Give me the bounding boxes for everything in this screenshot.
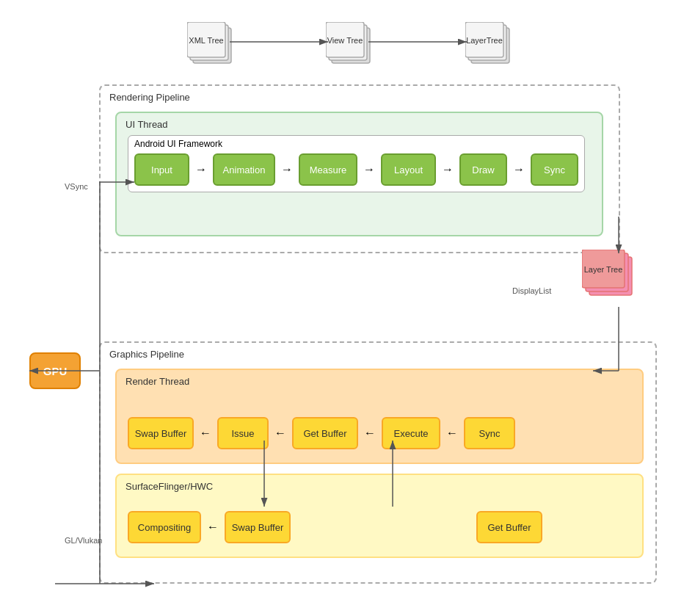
input-box: Input (134, 153, 189, 186)
render-thread-label: Render Thread (125, 376, 189, 387)
draw-box: Draw (459, 153, 507, 186)
ui-thread-panel: UI Thread Android UI Framework Input → A… (115, 112, 603, 236)
swap-buffer-sf-box: Swap Buffer (225, 511, 291, 543)
svg-text:LayerTree: LayerTree (466, 36, 503, 45)
animation-box: Animation (213, 153, 275, 186)
diagram-container: XML Tree View Tree LayerTree Rendering P… (0, 0, 684, 616)
view-tree-stack: View Tree (326, 22, 379, 70)
surface-flinger-panel: SurfaceFlinger/HWC Compositing ← Swap Bu… (115, 474, 644, 558)
swap-buffer-render-box: Swap Buffer (128, 417, 194, 449)
measure-box: Measure (299, 153, 357, 186)
display-list-label: DisplayList (512, 286, 551, 295)
gpu-box: GPU (29, 352, 81, 389)
rendering-pipeline-panel: Rendering Pipeline UI Thread Android UI … (99, 84, 620, 253)
vsync-label: VSync (65, 182, 88, 191)
framework-label: Android UI Framework (134, 139, 578, 149)
sync-box-render: Sync (464, 417, 515, 449)
sync-box-ui: Sync (531, 153, 578, 186)
layer-tree-top-stack: LayerTree (465, 22, 518, 70)
render-thread-panel: Render Thread Swap Buffer ← Issue ← Get … (115, 369, 644, 464)
xml-tree-stack: XML Tree (187, 22, 240, 70)
svg-text:Layer Tree: Layer Tree (584, 265, 623, 274)
rendering-pipeline-label: Rendering Pipeline (109, 92, 190, 103)
ui-thread-label: UI Thread (125, 119, 168, 130)
graphics-pipeline-label: Graphics Pipeline (109, 349, 184, 360)
compositing-box: Compositing (128, 511, 201, 543)
get-buffer-render-box: Get Buffer (292, 417, 358, 449)
get-buffer-sf-box: Get Buffer (476, 511, 542, 543)
svg-text:View Tree: View Tree (327, 36, 363, 45)
gl-vulkan-label: GL/Vlukan (65, 536, 102, 545)
layer-tree-mid-stack: Layer Tree (582, 250, 641, 305)
svg-text:XML Tree: XML Tree (189, 36, 223, 45)
layout-box: Layout (381, 153, 436, 186)
issue-box: Issue (217, 417, 269, 449)
surface-flinger-label: SurfaceFlinger/HWC (125, 481, 213, 492)
execute-box: Execute (382, 417, 440, 449)
graphics-pipeline-panel: Graphics Pipeline Render Thread Swap Buf… (99, 341, 657, 584)
